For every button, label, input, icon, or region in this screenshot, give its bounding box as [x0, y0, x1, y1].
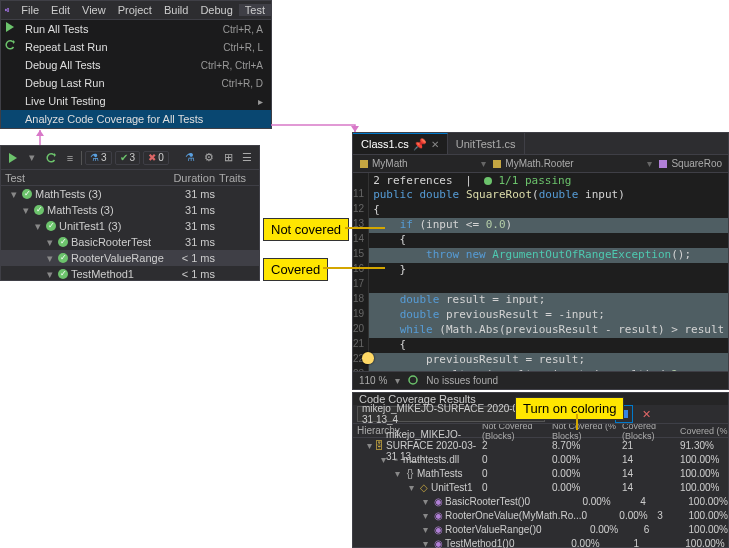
- menu-test[interactable]: Test: [239, 4, 271, 16]
- editor-tabs: Class1.cs 📌 ✕ UnitTest1.cs: [353, 133, 728, 155]
- test-row[interactable]: ▾BasicRooterTest31 ms: [1, 234, 259, 250]
- pass-icon: [58, 269, 68, 279]
- coverage-row[interactable]: ▾▫ mathtests.dll00.00%14100.00%: [353, 452, 728, 466]
- test-row[interactable]: ▾MathTests (3)31 ms: [1, 186, 259, 202]
- menu-debug-all-tests[interactable]: Debug All Tests Ctrl+R, Ctrl+A: [1, 56, 271, 74]
- tab-class1[interactable]: Class1.cs 📌 ✕: [353, 133, 448, 154]
- flask-icon[interactable]: ⚗: [182, 150, 198, 166]
- lightbulb-icon[interactable]: [362, 352, 374, 364]
- menu-label: Debug Last Run: [25, 77, 105, 89]
- col-c-pct[interactable]: Covered (%: [680, 426, 728, 436]
- menu-live-unit-testing[interactable]: Live Unit Testing ▸: [1, 92, 271, 110]
- filter-failed[interactable]: ✖0: [143, 151, 169, 165]
- repeat-icon: [5, 40, 15, 52]
- coverage-row[interactable]: ▾◉ RooterValueRange()00.00%6100.00%: [353, 522, 728, 536]
- crumb-class[interactable]: MyMath.Rooter: [492, 158, 573, 169]
- tab-label: Class1.cs: [361, 138, 409, 150]
- menu-file[interactable]: File: [15, 4, 45, 16]
- menu-debug[interactable]: Debug: [194, 4, 238, 16]
- pass-icon: [22, 189, 32, 199]
- test-row[interactable]: ▾RooterValueRange< 1 ms: [1, 250, 259, 266]
- menu-label: Analyze Code Coverage for All Tests: [25, 113, 203, 125]
- crumb-namespace[interactable]: MyMath: [359, 158, 408, 169]
- group-icon[interactable]: ⊞: [220, 150, 236, 166]
- coverage-row[interactable]: ▾◉ RooterOneValue(MyMath.Ro...00.00%3100…: [353, 508, 728, 522]
- playlist-button[interactable]: ≡: [62, 150, 78, 166]
- issues-text: No issues found: [426, 375, 498, 386]
- coverage-row[interactable]: ▾🗄 mikejo_MIKEJO-SURFACE 2020-03-31 13_.…: [353, 438, 728, 452]
- col-traits[interactable]: Traits: [219, 172, 259, 184]
- settings-icon[interactable]: ⚙: [201, 150, 217, 166]
- play-icon: [5, 22, 15, 34]
- shortcut-text: Ctrl+R, Ctrl+A: [201, 60, 263, 71]
- test-explorer-toolbar: ▾ ≡ ⚗3 ✔3 ✖0 ⚗ ⚙ ⊞ ☰: [1, 146, 259, 170]
- pass-icon: [34, 205, 44, 215]
- coverage-row[interactable]: ▾◉ TestMethod1()00.00%1100.00%: [353, 536, 728, 548]
- callout-not-covered: Not covered: [263, 218, 349, 241]
- coverage-rows: ▾🗄 mikejo_MIKEJO-SURFACE 2020-03-31 13_.…: [353, 438, 728, 548]
- test-explorer: ▾ ≡ ⚗3 ✔3 ✖0 ⚗ ⚙ ⊞ ☰ Test Duration Trait…: [0, 145, 260, 281]
- pass-icon: [58, 253, 68, 263]
- coverage-row[interactable]: ▾◇ UnitTest100.00%14100.00%: [353, 480, 728, 494]
- close-icon[interactable]: ✕: [431, 139, 439, 150]
- filter-all[interactable]: ⚗3: [85, 151, 112, 165]
- col-test[interactable]: Test: [5, 172, 169, 184]
- menu-label: Run All Tests: [25, 23, 88, 35]
- more-icon[interactable]: ☰: [239, 150, 255, 166]
- svg-point-3: [409, 376, 417, 384]
- test-row[interactable]: ▾MathTests (3)31 ms: [1, 202, 259, 218]
- menubar: File Edit View Project Build Debug Test: [0, 0, 272, 20]
- callout-turn-on-coloring: Turn on coloring: [515, 397, 624, 420]
- shortcut-text: Ctrl+R, D: [222, 78, 263, 89]
- code-editor: Class1.cs 📌 ✕ UnitTest1.cs MyMath ▾ MyMa…: [352, 132, 729, 390]
- run-button[interactable]: [5, 150, 21, 166]
- test-list: ▾MathTests (3)31 ms▾MathTests (3)31 ms▾U…: [1, 186, 259, 282]
- zoom-level[interactable]: 110 %: [359, 375, 387, 386]
- coverage-row[interactable]: ▾◉ BasicRooterTest()00.00%4100.00%: [353, 494, 728, 508]
- callout-covered: Covered: [263, 258, 328, 281]
- filter-passed[interactable]: ✔3: [115, 151, 141, 165]
- test-row[interactable]: ▾UnitTest1 (3)31 ms: [1, 218, 259, 234]
- pass-icon: [46, 221, 56, 231]
- crumb-member[interactable]: SquareRoo: [658, 158, 722, 169]
- svg-rect-0: [360, 160, 368, 168]
- shortcut-text: Ctrl+R, A: [223, 24, 263, 35]
- menu-label: Repeat Last Run: [25, 41, 108, 53]
- pin-icon[interactable]: 📌: [413, 138, 427, 151]
- col-duration[interactable]: Duration: [169, 172, 219, 184]
- tab-label: UnitTest1.cs: [456, 138, 516, 150]
- shortcut-text: Ctrl+R, L: [223, 42, 263, 53]
- test-row[interactable]: ▾TestMethod1< 1 ms: [1, 266, 259, 282]
- menu-repeat-last-run[interactable]: Repeat Last Run Ctrl+R, L: [1, 38, 271, 56]
- coverage-row[interactable]: ▾{} MathTests00.00%14100.00%: [353, 466, 728, 480]
- repeat-button[interactable]: [43, 150, 59, 166]
- line-gutter: 1112131415161718192021222324: [353, 173, 369, 371]
- test-explorer-header: Test Duration Traits: [1, 170, 259, 186]
- menu-view[interactable]: View: [76, 4, 112, 16]
- menu-label: Debug All Tests: [25, 59, 101, 71]
- menu-run-all-tests[interactable]: Run All Tests Ctrl+R, A: [1, 20, 271, 38]
- menu-analyze-code-coverage[interactable]: Analyze Code Coverage for All Tests: [1, 110, 271, 128]
- delete-icon[interactable]: ✕: [637, 405, 655, 423]
- chevron-right-icon: ▸: [258, 96, 263, 107]
- menu-debug-last-run[interactable]: Debug Last Run Ctrl+R, D: [1, 74, 271, 92]
- menu-edit[interactable]: Edit: [45, 4, 76, 16]
- vs-logo-icon: [5, 3, 9, 17]
- svg-rect-1: [493, 160, 501, 168]
- breadcrumb: MyMath ▾ MyMath.Rooter ▾ SquareRoo: [353, 155, 728, 173]
- no-issues-icon: [408, 375, 418, 387]
- tab-unittest1[interactable]: UnitTest1.cs: [448, 133, 525, 154]
- svg-rect-2: [659, 160, 667, 168]
- run-dropdown[interactable]: ▾: [24, 150, 40, 166]
- menu-build[interactable]: Build: [158, 4, 194, 16]
- menu-project[interactable]: Project: [112, 4, 158, 16]
- menu-label: Live Unit Testing: [25, 95, 106, 107]
- editor-body[interactable]: 1112131415161718192021222324 2 reference…: [353, 173, 728, 371]
- editor-statusbar: 110 % ▾ No issues found: [353, 371, 728, 389]
- code-area[interactable]: 2 references | 1/1 passingpublic double …: [369, 173, 728, 371]
- test-menu-dropdown: Run All Tests Ctrl+R, A Repeat Last Run …: [0, 19, 272, 129]
- pass-icon: [58, 237, 68, 247]
